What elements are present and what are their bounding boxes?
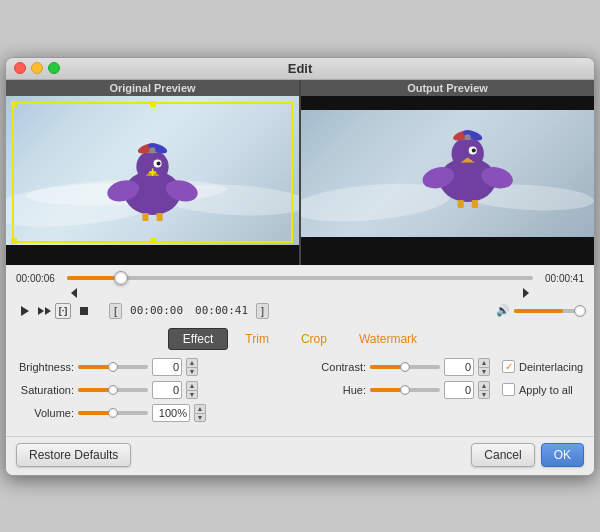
tab-effect[interactable]: Effect [168,328,228,350]
svg-point-21 [465,134,471,140]
svg-point-1 [136,150,168,182]
timeline-row: 00:00:06 00:00:41 [16,273,584,284]
original-video-frame: + [6,96,299,265]
svg-point-8 [149,147,155,153]
traffic-lights [14,62,60,74]
contrast-thumb[interactable] [400,362,410,372]
playback-row: [·] [ 00:00:00 00:00:41 ] 🔊 [16,300,584,322]
restore-defaults-button[interactable]: Restore Defaults [16,443,131,467]
fast-forward-button[interactable] [38,307,51,315]
svg-point-14 [452,137,484,169]
saturation-slider[interactable] [78,388,148,392]
svg-rect-24 [458,199,464,207]
svg-point-17 [472,148,476,152]
hue-down[interactable]: ▼ [478,390,490,399]
title-bar: Edit [6,58,594,80]
minimize-button[interactable] [31,62,43,74]
svg-rect-25 [472,199,478,207]
output-preview-panel: Output Preview [301,80,594,265]
saturation-label: Saturation: [16,384,74,396]
contrast-label: Contrast: [308,361,366,373]
tabs-row: Effect Trim Crop Watermark [16,328,584,350]
hue-stepper: ▲ ▼ [478,381,490,399]
timeline-end-time: 00:00:41 [539,273,584,284]
saturation-input[interactable] [152,381,182,399]
saturation-thumb[interactable] [108,385,118,395]
cancel-button[interactable]: Cancel [471,443,534,467]
volume-effect-slider[interactable] [78,411,148,415]
svg-rect-11 [142,213,148,221]
saturation-up[interactable]: ▲ [186,381,198,390]
hue-control: Hue: ▲ ▼ Apply to all [308,381,584,399]
tab-crop[interactable]: Crop [286,328,342,350]
original-preview-label: Original Preview [6,80,299,96]
brightness-thumb[interactable] [108,362,118,372]
ff-icon-1 [38,307,44,315]
volume-down[interactable]: ▼ [194,413,206,422]
contrast-down[interactable]: ▼ [478,367,490,376]
volume-effect-thumb[interactable] [108,408,118,418]
saturation-stepper: ▲ ▼ [186,381,198,399]
svg-point-4 [157,161,161,165]
deinterlacing-label: Deinterlacing [519,361,583,373]
scrubber-row [16,288,584,298]
volume-up[interactable]: ▲ [194,404,206,413]
step-frame-button[interactable]: [·] [55,303,71,319]
scrubber-right-arrow[interactable] [523,288,529,298]
volume-control: Volume: ▲ ▼ [16,404,292,422]
hue-thumb[interactable] [400,385,410,395]
play-button[interactable] [16,302,34,320]
original-preview-panel: Original Preview [6,80,299,265]
brightness-control: Brightness: ▲ ▼ [16,358,292,376]
apply-to-all-checkbox[interactable] [502,383,515,396]
hue-slider[interactable] [370,388,440,392]
timeline-fill [67,276,114,280]
contrast-slider[interactable] [370,365,440,369]
output-preview-label: Output Preview [301,80,594,96]
volume-track[interactable] [514,309,584,313]
output-preview-content [301,96,594,265]
output-video-frame [301,96,594,265]
effect-controls: Brightness: ▲ ▼ Contrast: [16,358,584,422]
apply-to-all-label: Apply to all [519,384,573,396]
brightness-input[interactable] [152,358,182,376]
stop-button[interactable] [75,302,93,320]
deinterlacing-row: ✓ Deinterlacing [502,360,583,373]
volume-thumb[interactable] [574,305,586,317]
timeline-start-time: 00:00:06 [16,273,61,284]
hue-up[interactable]: ▲ [478,381,490,390]
tab-watermark[interactable]: Watermark [344,328,432,350]
volume-label: Volume: [16,407,74,419]
hue-input[interactable] [444,381,474,399]
brightness-down[interactable]: ▼ [186,367,198,376]
volume-icon: 🔊 [496,304,510,317]
contrast-input[interactable] [444,358,474,376]
contrast-up[interactable]: ▲ [478,358,490,367]
ff-icon-2 [45,307,51,315]
brightness-up[interactable]: ▲ [186,358,198,367]
maximize-button[interactable] [48,62,60,74]
timeline-thumb[interactable] [114,271,128,285]
ok-button[interactable]: OK [541,443,584,467]
stop-icon [80,307,88,315]
volume-stepper: ▲ ▼ [194,404,206,422]
timeline-track[interactable] [67,276,533,280]
close-button[interactable] [14,62,26,74]
svg-rect-12 [157,213,163,221]
original-preview-content: + [6,96,299,265]
bracket-close-button[interactable]: ] [256,303,269,319]
volume-fill [514,309,563,313]
bottom-row: Restore Defaults Cancel OK [6,436,594,475]
total-time-display: 00:00:41 [195,304,248,317]
window-title: Edit [288,61,313,76]
tab-trim[interactable]: Trim [230,328,284,350]
play-icon [21,306,29,316]
saturation-control: Saturation: ▲ ▼ [16,381,292,399]
deinterlacing-checkbox[interactable]: ✓ [502,360,515,373]
scrubber-left-arrow[interactable] [71,288,77,298]
volume-input[interactable] [152,404,190,422]
brightness-slider[interactable] [78,365,148,369]
saturation-down[interactable]: ▼ [186,390,198,399]
current-time-display: 00:00:00 [130,304,183,317]
bracket-open-button[interactable]: [ [109,303,122,319]
